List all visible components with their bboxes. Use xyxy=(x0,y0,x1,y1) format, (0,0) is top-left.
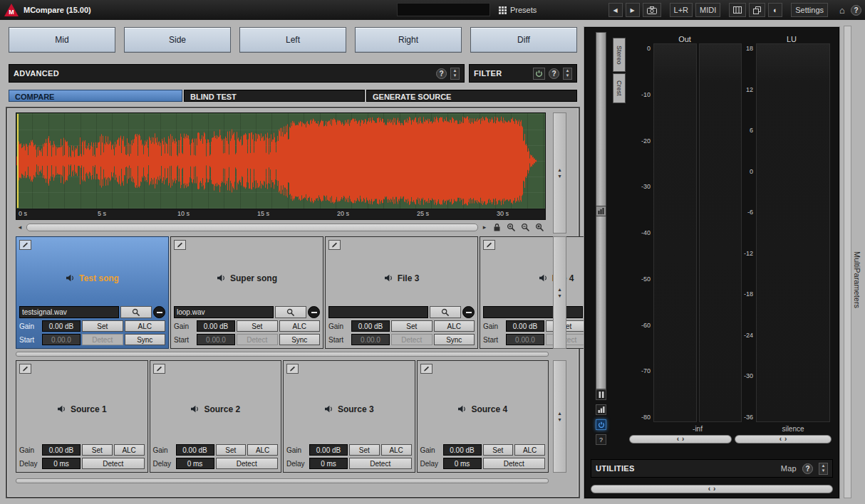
source-slot-4[interactable]: Source 4 Gain 0.00 dB Set ALC Delay 0 ms xyxy=(417,360,549,473)
edit-button[interactable] xyxy=(328,240,341,250)
alc-button[interactable]: ALC xyxy=(125,320,166,332)
edit-button[interactable] xyxy=(174,240,186,250)
edit-button[interactable] xyxy=(19,364,31,374)
zoom-out-button[interactable] xyxy=(519,222,532,232)
gain-value[interactable]: 0.00 dB xyxy=(443,444,482,456)
lu-meter-scrollbar[interactable]: ‹ › xyxy=(735,435,832,443)
comparison-slot-3[interactable]: File 3 xyxy=(325,236,478,349)
set-gain-button[interactable]: Set xyxy=(82,444,113,456)
utilities-collapse-spinner[interactable]: ▲ ▼ xyxy=(819,463,828,475)
sync-button[interactable]: Sync xyxy=(434,334,475,345)
multiparameters-scrollbar[interactable] xyxy=(844,26,851,498)
advanced-collapse-spinner[interactable]: ▲ ▼ xyxy=(450,68,460,80)
alc-button[interactable]: ALC xyxy=(279,320,321,332)
zoom-lock-button[interactable] xyxy=(491,222,503,232)
gain-value[interactable]: 0.00 dB xyxy=(309,444,348,456)
tab-blind-test[interactable]: BLIND TEST xyxy=(184,90,365,102)
gain-value[interactable]: 0.00 dB xyxy=(42,444,81,456)
detect-button[interactable]: Detect xyxy=(216,458,279,469)
tab-crest[interactable]: Crest xyxy=(613,73,626,103)
browse-file-button[interactable] xyxy=(120,306,152,318)
screenshot-button[interactable] xyxy=(643,3,661,17)
file-field[interactable] xyxy=(328,306,428,318)
set-gain-button[interactable]: Set xyxy=(391,320,432,332)
contrast-button[interactable]: ◐ xyxy=(768,3,782,17)
gain-value[interactable]: 0.00 dB xyxy=(197,320,235,332)
alc-button[interactable]: ALC xyxy=(247,444,278,456)
source-slot-3[interactable]: Source 3 Gain 0.00 dB Set ALC Delay 0 ms xyxy=(283,360,415,473)
sync-button[interactable]: Sync xyxy=(279,334,321,345)
alc-button[interactable]: ALC xyxy=(114,444,145,456)
detect-button[interactable]: Detect xyxy=(82,458,145,469)
channel-left-button[interactable]: Left xyxy=(239,27,346,53)
delay-value[interactable]: 0 ms xyxy=(176,458,214,469)
set-gain-button[interactable]: Set xyxy=(82,320,123,332)
comparison-horizontal-scrollbar[interactable] xyxy=(16,352,549,357)
remove-file-button[interactable] xyxy=(308,306,320,318)
detect-button[interactable]: Detect xyxy=(483,458,546,469)
waveform-scrollbar[interactable] xyxy=(26,224,478,231)
utilities-section-header[interactable]: UTILITIES Map ? ▲ ▼ xyxy=(591,459,833,478)
detect-button[interactable]: Detect xyxy=(349,458,412,469)
scroll-left-button[interactable]: ◂ xyxy=(16,223,24,231)
tab-stereo[interactable]: Stereo xyxy=(613,38,626,72)
set-gain-button[interactable]: Set xyxy=(483,444,514,456)
channel-right-button[interactable]: Right xyxy=(355,27,462,53)
utilities-help-button[interactable]: ? xyxy=(802,463,813,474)
advanced-help-button[interactable]: ? xyxy=(436,68,447,79)
waveform-vertical-scrollbar[interactable]: ▴ ▾ xyxy=(553,112,566,233)
sync-button[interactable]: Sync xyxy=(125,334,166,345)
remove-file-button[interactable] xyxy=(462,306,475,318)
multiparameters-strip[interactable]: MultiParameters xyxy=(842,20,865,504)
tab-compare[interactable]: COMPARE xyxy=(9,90,182,102)
alc-button[interactable]: ALC xyxy=(514,444,545,456)
zoom-fit-button[interactable] xyxy=(534,222,546,232)
alc-button[interactable]: ALC xyxy=(381,444,412,456)
help-button[interactable]: ? xyxy=(851,5,861,16)
gain-value[interactable]: 0.00 dB xyxy=(176,444,214,456)
out-meter-scrollbar[interactable]: ‹ › xyxy=(629,435,732,443)
comparison-slot-2[interactable]: Super song xyxy=(170,236,323,349)
meter-help-button[interactable]: ? xyxy=(596,434,606,445)
file-field[interactable] xyxy=(174,306,274,318)
lr-channel-mode-button[interactable]: L+R xyxy=(670,3,693,17)
presets-button[interactable]: Presets xyxy=(494,3,541,17)
gain-value[interactable]: 0.00 dB xyxy=(42,320,81,332)
channel-side-button[interactable]: Side xyxy=(124,27,231,53)
delay-value[interactable]: 0 ms xyxy=(309,458,348,469)
analyzer-view-button[interactable] xyxy=(596,404,606,415)
channel-diff-button[interactable]: Diff xyxy=(470,27,577,53)
channel-mid-button[interactable]: Mid xyxy=(9,27,115,53)
comparison-slot-1[interactable]: Test song xyxy=(16,236,169,349)
delay-value[interactable]: 0 ms xyxy=(42,458,81,469)
edit-button[interactable] xyxy=(286,364,299,374)
set-gain-button[interactable]: Set xyxy=(216,444,247,456)
delay-value[interactable]: 0 ms xyxy=(443,458,482,469)
browse-file-button[interactable] xyxy=(430,306,461,318)
bottom-horizontal-scrollbar[interactable] xyxy=(16,478,549,483)
filter-collapse-spinner[interactable]: ▲ ▼ xyxy=(563,68,572,80)
file-field[interactable] xyxy=(19,306,119,318)
copy-settings-button[interactable] xyxy=(749,3,765,17)
source-slot-2[interactable]: Source 2 Gain 0.00 dB Set ALC Delay 0 ms xyxy=(150,360,282,473)
waveform-display[interactable] xyxy=(16,112,546,209)
comparison-row-scrollbar[interactable]: ▴ ▾ xyxy=(553,236,566,349)
previous-preset-button[interactable]: ◀ xyxy=(608,3,623,17)
browse-file-button[interactable] xyxy=(275,306,306,318)
filter-power-button[interactable] xyxy=(533,68,545,80)
tab-generate-source[interactable]: GENERATE SOURCE xyxy=(366,90,577,102)
set-gain-button[interactable]: Set xyxy=(237,320,278,332)
scroll-right-button[interactable]: ▸ xyxy=(480,223,489,231)
set-gain-button[interactable]: Set xyxy=(349,444,380,456)
file-field[interactable] xyxy=(483,306,583,318)
meter-options-button[interactable] xyxy=(596,206,606,216)
zoom-in-button[interactable] xyxy=(505,222,517,232)
utilities-scrollbar[interactable]: ‹ › xyxy=(591,485,833,493)
midi-button[interactable]: MIDI xyxy=(695,3,720,17)
filter-section-header[interactable]: FILTER ? ▲ ▼ xyxy=(469,64,577,83)
edit-button[interactable] xyxy=(483,240,495,250)
edit-button[interactable] xyxy=(420,364,432,374)
filter-help-button[interactable]: ? xyxy=(549,68,559,79)
preset-name-field[interactable] xyxy=(397,3,490,16)
gain-value[interactable]: 0.00 dB xyxy=(506,320,544,332)
